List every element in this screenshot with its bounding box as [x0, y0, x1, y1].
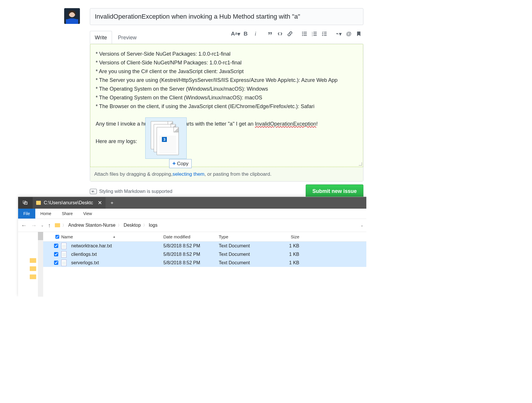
tab-preview[interactable]: Preview [113, 31, 141, 44]
markdown-hint[interactable]: M↓ Styling with Markdown is supported [90, 189, 172, 194]
attach-select-link[interactable]: selecting them [172, 171, 204, 177]
tree-folder-icon[interactable] [30, 266, 36, 271]
svg-point-3 [302, 32, 303, 33]
svg-rect-16 [322, 34, 323, 34]
file-name: clientlogs.txt [71, 252, 97, 257]
breadcrumb-segment[interactable]: Andrew Stanton-Nurse [68, 223, 116, 228]
numbered-list-icon[interactable]: 123 [312, 31, 317, 37]
row-checkbox[interactable] [54, 244, 58, 248]
row-checkbox[interactable] [54, 261, 58, 265]
sort-asc-icon[interactable]: ▲ [113, 235, 116, 238]
submit-issue-button[interactable]: Submit new issue [306, 184, 363, 198]
nav-recent-icon[interactable]: ⌄ [41, 223, 44, 227]
reply-icon[interactable]: ▾ [336, 31, 342, 37]
table-row[interactable]: clientlogs.txt5/8/2018 8:52 PMText Docum… [43, 250, 366, 258]
table-row[interactable]: serverlogs.txt5/8/2018 8:52 PMText Docum… [43, 258, 366, 267]
svg-point-5 [302, 33, 303, 34]
new-tab-icon[interactable]: ＋ [110, 200, 114, 206]
bold-icon[interactable]: B [243, 31, 249, 37]
close-tab-icon[interactable]: ✕ [98, 200, 102, 206]
bullet-list-icon[interactable] [302, 31, 307, 37]
file-size: 1 KB [271, 260, 299, 265]
svg-rect-10 [314, 32, 317, 32]
text-file-icon [61, 243, 66, 249]
breadcrumb-segment[interactable]: Desktop [124, 223, 141, 228]
markdown-hint-text: Styling with Markdown is supported [99, 189, 172, 194]
attach-hint: Attach files by dragging & dropping, sel… [90, 167, 363, 181]
ribbon-home[interactable]: Home [35, 211, 57, 216]
chevron-right-icon[interactable]: 〉 [62, 223, 66, 228]
plus-icon: + [172, 160, 176, 167]
file-explorer-window: C:\Users\anurse\Desktc ✕ ＋ File Home Sha… [18, 197, 366, 297]
breadcrumb-dropdown-icon[interactable]: ⌄ [360, 223, 363, 227]
text-size-icon[interactable]: AA▾ [233, 31, 239, 37]
task-list-icon[interactable] [321, 31, 327, 37]
quote-icon[interactable] [267, 31, 273, 37]
file-name: serverlogs.txt [71, 260, 99, 265]
ribbon-file[interactable]: File [18, 209, 35, 219]
nav-forward-icon: → [31, 222, 37, 229]
svg-text:3: 3 [312, 35, 313, 36]
comment-editor: * Versions of Server-Side NuGet Packages… [90, 44, 363, 182]
col-type[interactable]: Type [219, 234, 271, 239]
explorer-tab-title: C:\Users\anurse\Desktc [44, 200, 93, 205]
scrollbar-thumb[interactable] [38, 232, 43, 240]
svg-rect-4 [304, 32, 307, 32]
select-all-checkbox[interactable] [55, 235, 59, 239]
ribbon-view[interactable]: View [78, 211, 97, 216]
row-checkbox[interactable] [54, 252, 58, 256]
file-date: 5/8/2018 8:52 PM [163, 243, 219, 249]
file-type: Text Document [219, 260, 271, 265]
table-row[interactable]: networktrace.har.txt5/8/2018 8:52 PMText… [43, 242, 366, 250]
bookmark-icon[interactable] [356, 31, 362, 37]
col-date[interactable]: Date modified [163, 234, 219, 239]
chevron-right-icon[interactable]: 〉 [118, 223, 121, 228]
markdown-toolbar: AA▾ B i 123 ▾ @ [233, 31, 362, 37]
svg-rect-8 [304, 35, 307, 36]
issue-title-text: InvalidOperationException when invoking … [95, 13, 300, 20]
file-size: 1 KB [271, 252, 299, 257]
attach-hint-pre: Attach files by dragging & dropping, [94, 171, 172, 177]
text-file-icon [61, 260, 66, 266]
drag-file-stack: 3 [145, 117, 187, 159]
link-icon[interactable] [287, 31, 293, 37]
code-icon[interactable] [277, 31, 283, 37]
file-size: 1 KB [271, 243, 299, 249]
folder-icon [36, 201, 41, 205]
mention-icon[interactable]: @ [346, 31, 352, 37]
file-date: 5/8/2018 8:52 PM [163, 252, 219, 257]
drag-copy-pill: + Copy [169, 159, 192, 168]
folder-icon [55, 223, 60, 227]
svg-rect-14 [314, 35, 317, 36]
chevron-right-icon[interactable]: 〉 [143, 223, 147, 228]
nav-back-icon[interactable]: ← [21, 222, 27, 229]
ribbon-share[interactable]: Share [57, 211, 78, 216]
col-name[interactable]: Name [61, 234, 73, 239]
issue-title-input[interactable]: InvalidOperationException when invoking … [90, 8, 363, 25]
svg-rect-17 [324, 34, 327, 34]
explorer-tab[interactable]: C:\Users\anurse\Desktc ✕ [33, 197, 106, 209]
file-date: 5/8/2018 8:52 PM [163, 260, 219, 265]
svg-rect-6 [304, 34, 307, 34]
text-file-icon [61, 251, 66, 258]
nav-tree[interactable] [18, 232, 43, 297]
tree-folder-icon[interactable] [30, 274, 36, 279]
nav-up-icon[interactable]: ↑ [48, 222, 51, 229]
tab-write[interactable]: Write [90, 31, 112, 44]
italic-icon[interactable]: i [253, 31, 258, 37]
breadcrumb-segment[interactable]: logs [149, 223, 158, 228]
task-view-icon[interactable] [18, 197, 33, 209]
attach-hint-post: , or pasting from the clipboard. [204, 171, 272, 177]
file-type: Text Document [219, 243, 271, 249]
col-size[interactable]: Size [271, 234, 299, 239]
markdown-icon: M↓ [90, 189, 97, 194]
breadcrumb[interactable]: 〉 Andrew Stanton-Nurse 〉 Desktop 〉 logs [55, 223, 356, 228]
avatar [64, 8, 80, 24]
file-list: Name ▲ Date modified Type Size networktr… [43, 232, 366, 297]
svg-rect-18 [322, 35, 323, 36]
resize-handle-icon[interactable] [358, 162, 363, 166]
comment-textarea[interactable]: * Versions of Server-Side NuGet Packages… [90, 44, 363, 167]
file-name: networktrace.har.txt [71, 243, 112, 249]
svg-rect-15 [324, 32, 327, 32]
tree-folder-icon[interactable] [30, 258, 36, 263]
